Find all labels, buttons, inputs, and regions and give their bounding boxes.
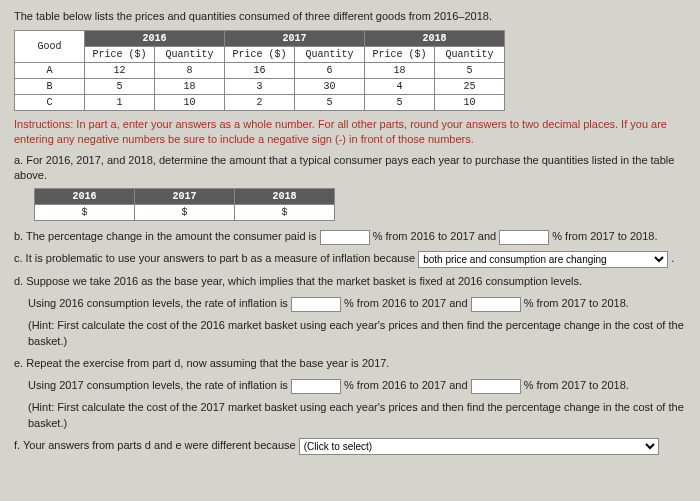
- cell: 30: [295, 79, 365, 95]
- price-quantity-table: Good 2016 2017 2018 Price ($) Quantity P…: [14, 30, 505, 111]
- answer-table-a: 2016 2017 2018 $ $ $: [34, 188, 335, 221]
- ans-year-2018: 2018: [235, 189, 335, 205]
- cell-good: C: [15, 95, 85, 111]
- input-b1[interactable]: [320, 230, 370, 245]
- question-e-line: Using 2017 consumption levels, the rate …: [28, 378, 686, 394]
- col-good: Good: [15, 31, 85, 63]
- col-qty-2018: Quantity: [435, 47, 505, 63]
- question-a: a. For 2016, 2017, and 2018, determine t…: [14, 153, 686, 183]
- col-price-2018: Price ($): [365, 47, 435, 63]
- qb-text: b. The percentage change in the amount t…: [14, 230, 320, 242]
- cell: 6: [295, 63, 365, 79]
- qb-end: % from 2017 to 2018.: [552, 230, 657, 242]
- qc-period: .: [671, 253, 674, 265]
- table-row: B 5 18 3 30 4 25: [15, 79, 505, 95]
- instructions-text: Instructions: In part a, enter your answ…: [14, 117, 686, 147]
- cell: 1: [85, 95, 155, 111]
- qe-end: % from 2017 to 2018.: [524, 379, 629, 391]
- hint-d: (Hint: First calculate the cost of the 2…: [28, 318, 686, 350]
- intro-text: The table below lists the prices and qua…: [14, 10, 686, 22]
- qb-mid: % from 2016 to 2017 and: [373, 230, 500, 242]
- question-f: f. Your answers from parts d and e were …: [14, 438, 686, 455]
- cell: 10: [435, 95, 505, 111]
- input-e2[interactable]: [471, 379, 521, 394]
- cell: 5: [435, 63, 505, 79]
- select-c[interactable]: both price and consumption are changing: [418, 251, 668, 268]
- col-price-2016: Price ($): [85, 47, 155, 63]
- cell: 18: [155, 79, 225, 95]
- select-f[interactable]: (Click to select): [299, 438, 659, 455]
- question-d: d. Suppose we take 2016 as the base year…: [14, 274, 686, 290]
- input-b2[interactable]: [499, 230, 549, 245]
- cell: 4: [365, 79, 435, 95]
- col-qty-2017: Quantity: [295, 47, 365, 63]
- qc-text: c. It is problematic to use your answers…: [14, 253, 418, 265]
- cell: 5: [365, 95, 435, 111]
- input-d2[interactable]: [471, 297, 521, 312]
- input-d1[interactable]: [291, 297, 341, 312]
- cell: 3: [225, 79, 295, 95]
- cell: 2: [225, 95, 295, 111]
- year-2017: 2017: [225, 31, 365, 47]
- ans-cell-2017[interactable]: $: [135, 205, 235, 221]
- qd-mid: % from 2016 to 2017 and: [344, 297, 471, 309]
- cell: 5: [295, 95, 365, 111]
- cell-good: A: [15, 63, 85, 79]
- qd-end: % from 2017 to 2018.: [524, 297, 629, 309]
- cell: 10: [155, 95, 225, 111]
- question-d-line: Using 2016 consumption levels, the rate …: [28, 296, 686, 312]
- qe-mid: % from 2016 to 2017 and: [344, 379, 471, 391]
- hint-e: (Hint: First calculate the cost of the 2…: [28, 400, 686, 432]
- question-e: e. Repeat the exercise from part d, now …: [14, 356, 686, 372]
- ans-year-2016: 2016: [35, 189, 135, 205]
- cell: 25: [435, 79, 505, 95]
- qf-text: f. Your answers from parts d and e were …: [14, 439, 299, 451]
- ans-cell-2016[interactable]: $: [35, 205, 135, 221]
- cell: 8: [155, 63, 225, 79]
- ans-year-2017: 2017: [135, 189, 235, 205]
- question-c: c. It is problematic to use your answers…: [14, 251, 686, 268]
- col-price-2017: Price ($): [225, 47, 295, 63]
- col-qty-2016: Quantity: [155, 47, 225, 63]
- ans-cell-2018[interactable]: $: [235, 205, 335, 221]
- cell: 18: [365, 63, 435, 79]
- table-row: A 12 8 16 6 18 5: [15, 63, 505, 79]
- cell: 5: [85, 79, 155, 95]
- year-2018: 2018: [365, 31, 505, 47]
- question-b: b. The percentage change in the amount t…: [14, 229, 686, 245]
- year-2016: 2016: [85, 31, 225, 47]
- cell: 12: [85, 63, 155, 79]
- qd-text: Using 2016 consumption levels, the rate …: [28, 297, 291, 309]
- qe-text: Using 2017 consumption levels, the rate …: [28, 379, 291, 391]
- cell: 16: [225, 63, 295, 79]
- cell-good: B: [15, 79, 85, 95]
- input-e1[interactable]: [291, 379, 341, 394]
- table-row: C 1 10 2 5 5 10: [15, 95, 505, 111]
